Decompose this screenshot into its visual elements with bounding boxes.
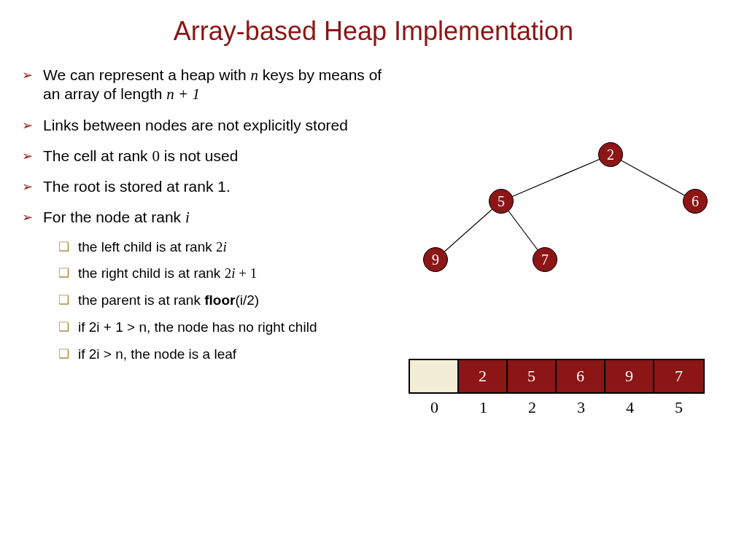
sub-bullet-item: if 2i + 1 > n, the node has no right chi… [58,319,394,336]
tree-node-root: 2 [598,142,623,167]
sub-bullet-item: the parent is at rank floor(i/2) [58,292,394,309]
array-cell: 6 [557,360,605,392]
bullet-item: The cell at rank 0 is not used [22,147,394,166]
bullet-item: For the node at rank i [22,208,394,227]
bullet-item: Links between nodes are not explicitly s… [22,116,394,135]
bullet-item: We can represent a heap with n keys by m… [22,66,394,104]
array-representation: 2 5 6 9 7 0 1 2 3 4 5 [409,359,705,417]
text: is not used [160,147,238,164]
sub-bullet-item: if 2i > n, the node is a leaf [58,346,394,363]
tree-edges [409,120,722,295]
var-n: n [250,66,258,84]
array-index: 5 [654,394,703,417]
array-cells: 2 5 6 9 7 [409,359,705,394]
text: For the node at rank [43,209,185,225]
array-index: 4 [605,394,654,417]
array-index: 3 [557,394,605,417]
rank-zero: 0 [152,147,160,165]
svg-line-1 [611,155,695,201]
slide-title: Array-based Heap Implementation [0,0,747,47]
bullet-item: The root is stored at rank 1. [22,177,394,196]
tree-node: 7 [533,247,557,272]
floor-fn: floor [204,292,235,308]
svg-line-2 [436,201,501,260]
expr-n-plus-1: n + 1 [166,85,200,103]
svg-line-0 [501,155,611,201]
array-indices: 0 1 2 3 4 5 [409,394,705,417]
array-cell: 9 [605,360,654,392]
array-cell: 2 [459,360,508,392]
array-index: 2 [508,394,557,417]
sub-bullet-item: the right child is at rank 2i + 1 [58,265,394,282]
text: The cell at rank [43,147,152,164]
tree-node: 9 [423,247,448,272]
array-index: 0 [410,394,459,417]
sub-bullet-list: the left child is at rank 2i the right c… [58,239,394,363]
sub-bullet-item: the left child is at rank 2i [58,239,394,256]
bullet-content: We can represent a heap with n keys by m… [22,66,394,373]
array-index: 1 [459,394,508,417]
var-i: i [185,209,190,226]
array-cell: 7 [654,360,703,392]
heap-tree-diagram: 2 5 6 9 7 [409,120,722,295]
tree-node: 5 [489,189,514,214]
array-cell: 5 [508,360,557,392]
main-bullet-list: We can represent a heap with n keys by m… [22,66,394,228]
tree-node: 6 [683,189,708,214]
text: We can represent a heap with [43,66,250,83]
array-cell-empty [410,360,459,392]
